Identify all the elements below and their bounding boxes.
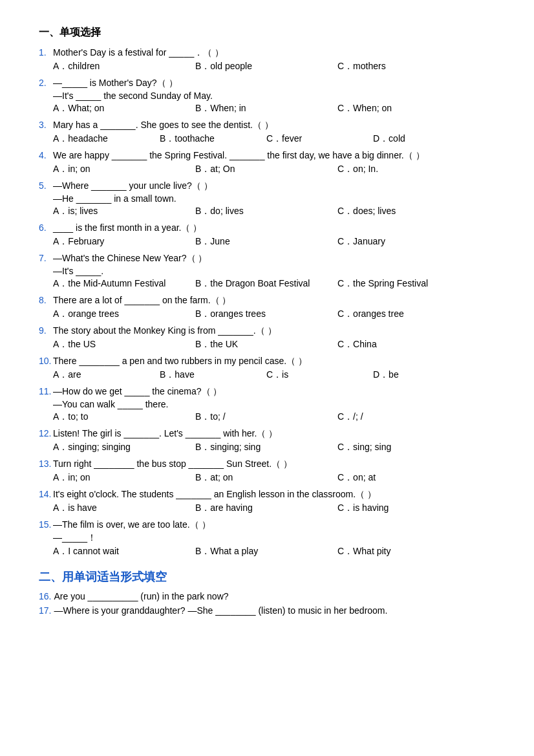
option-item: C．oranges tree [337, 308, 480, 320]
question-line: 8.There are a lot of _______ on the farm… [39, 295, 495, 307]
question-text: Mother's Day is a festival for _____．（ ） [53, 47, 495, 59]
question-text: —The film is over, we are too late.（ ） [53, 519, 495, 531]
question-block: 8.There are a lot of _______ on the farm… [39, 295, 495, 320]
option-item: B．are having [195, 502, 337, 514]
question-block: 14.It's eight o'clock. The students ____… [39, 489, 495, 514]
option-item: C．on; In. [337, 164, 480, 175]
question-block: 6.____ is the first month in a year.（ ）A… [39, 222, 495, 248]
option-item: B．the Dragon Boat Festival [195, 278, 337, 290]
option-item: A．orange trees [53, 308, 195, 320]
question-block: 7.—What's the Chinese New Year?（ ）—It's … [39, 253, 495, 290]
option-item: A．in; on [53, 472, 195, 484]
question-block: 15.—The film is over, we are too late.（ … [39, 519, 495, 557]
fill-q-num: 16. [39, 591, 51, 601]
option-item: C．sing; sing [337, 442, 480, 453]
options-line: A．areB．haveC．isD．be [53, 369, 495, 381]
fill-q-text: —Where is your granddaughter? —She _____… [54, 605, 387, 616]
option-item: A．What; on [53, 103, 195, 114]
option-item: C．What pity [337, 546, 480, 557]
dialog-line: —_____！ [53, 532, 495, 544]
option-item: A．headache [53, 133, 160, 145]
option-item: B．at; on [195, 472, 337, 484]
option-item: B．When; in [195, 103, 337, 114]
dialog-line: —You can walk _____ there. [53, 399, 495, 409]
section1-title: 一、单项选择 [39, 26, 495, 39]
section2-title: 二、用单词适当形式填空 [39, 569, 495, 585]
question-text: —What's the Chinese New Year?（ ） [53, 253, 495, 265]
question-text: It's eight o'clock. The students _______… [53, 489, 495, 501]
option-item: B．singing; sing [195, 442, 337, 453]
question-block: 9.The story about the Monkey King is fro… [39, 325, 495, 351]
option-item: B．have [160, 369, 266, 381]
dialog-line: —It's _____. [53, 266, 495, 276]
options-line: A．the Mid-Autumn FestivalB．the Dragon Bo… [53, 278, 495, 290]
option-item: B．June [195, 236, 337, 248]
question-text: —_____ is Mother's Day?（ ） [53, 78, 495, 89]
question-line: 10.There ________ a pen and two rubbers … [39, 356, 495, 367]
option-item: A．I cannot wait [53, 546, 195, 557]
option-item: C．China [337, 339, 480, 351]
question-block: 12.Listen! The girl is _______. Let's __… [39, 428, 495, 453]
options-line: A．FebruaryB．JuneC．January [53, 236, 495, 248]
question-line: 13.Turn right ________ the bus stop ____… [39, 459, 495, 470]
question-line: 9.The story about the Monkey King is fro… [39, 325, 495, 337]
question-text: There are a lot of _______ on the farm.（… [53, 295, 495, 307]
question-line: 4.We are happy _______ the Spring Festiv… [39, 150, 495, 162]
option-item: C．When; on [337, 103, 480, 114]
option-item: A．singing; singing [53, 442, 195, 453]
option-item: C．January [337, 236, 480, 248]
question-line: 11.—How do we get _____ the cinema?（ ） [39, 386, 495, 398]
question-line: 12.Listen! The girl is _______. Let's __… [39, 428, 495, 440]
option-item: C．is having [337, 502, 480, 514]
option-item: A．in; on [53, 164, 195, 175]
option-item: A．is; lives [53, 206, 195, 217]
option-item: A．to; to [53, 411, 195, 423]
options-line: A．headacheB．toothacheC．feverD．cold [53, 133, 495, 145]
question-line: 1.Mother's Day is a festival for _____．（… [39, 47, 495, 59]
option-item: A．children [53, 61, 195, 72]
option-item: A．is have [53, 502, 195, 514]
option-item: B．old people [195, 61, 337, 72]
fill-q-num: 17. [39, 605, 51, 616]
question-block: 11.—How do we get _____ the cinema?（ ）—Y… [39, 386, 495, 423]
options-line: A．orange treesB．oranges treesC．oranges t… [53, 308, 495, 320]
question-line: 7.—What's the Chinese New Year?（ ） [39, 253, 495, 265]
question-line: 14.It's eight o'clock. The students ____… [39, 489, 495, 501]
option-item: A．February [53, 236, 195, 248]
question-text: Turn right ________ the bus stop _______… [53, 459, 495, 470]
option-item: C．mothers [337, 61, 480, 72]
question-block: 13.Turn right ________ the bus stop ____… [39, 459, 495, 484]
dialog-line: —It's _____ the second Sunday of May. [53, 91, 495, 101]
option-item: B．do; lives [195, 206, 337, 217]
question-text: Listen! The girl is _______. Let's _____… [53, 428, 495, 440]
options-line: A．to; toB．to; /C．/; / [53, 411, 495, 423]
question-text: The story about the Monkey King is from … [53, 325, 495, 337]
question-block: 1.Mother's Day is a festival for _____．（… [39, 47, 495, 72]
question-line: 5.—Where _______ your uncle live?（ ） [39, 180, 495, 192]
option-item: A．the US [53, 339, 195, 351]
options-line: A．in; onB．at; onC．on; at [53, 472, 495, 484]
options-line: A．is haveB．are havingC．is having [53, 502, 495, 514]
question-line: 15.—The film is over, we are too late.（ … [39, 519, 495, 531]
option-item: B．the UK [195, 339, 337, 351]
options-line: A．in; onB．at; OnC．on; In. [53, 164, 495, 175]
option-item: C．is [266, 369, 373, 381]
question-block: 2.—_____ is Mother's Day?（ ）—It's _____ … [39, 78, 495, 114]
option-item: C．on; at [337, 472, 480, 484]
dialog-line: —He _______ in a small town. [53, 193, 495, 204]
option-item: C．/; / [337, 411, 480, 423]
fill-question: 17.—Where is your granddaughter? —She __… [39, 605, 495, 616]
options-line: A．is; livesB．do; livesC．does; lives [53, 206, 495, 217]
question-block: 10.There ________ a pen and two rubbers … [39, 356, 495, 381]
option-item: A．the Mid-Autumn Festival [53, 278, 195, 290]
option-item: D．be [373, 369, 480, 381]
options-line: A．the USB．the UKC．China [53, 339, 495, 351]
options-line: A．singing; singingB．singing; singC．sing;… [53, 442, 495, 453]
option-item: B．What a play [195, 546, 337, 557]
option-item: A．are [53, 369, 160, 381]
question-text: ____ is the first month in a year.（ ） [53, 222, 495, 234]
option-item: D．cold [373, 133, 480, 145]
question-block: 5.—Where _______ your uncle live?（ ）—He … [39, 180, 495, 217]
option-item: C．the Spring Festival [337, 278, 480, 290]
question-line: 3.Mary has a _______. She goes to see th… [39, 120, 495, 131]
